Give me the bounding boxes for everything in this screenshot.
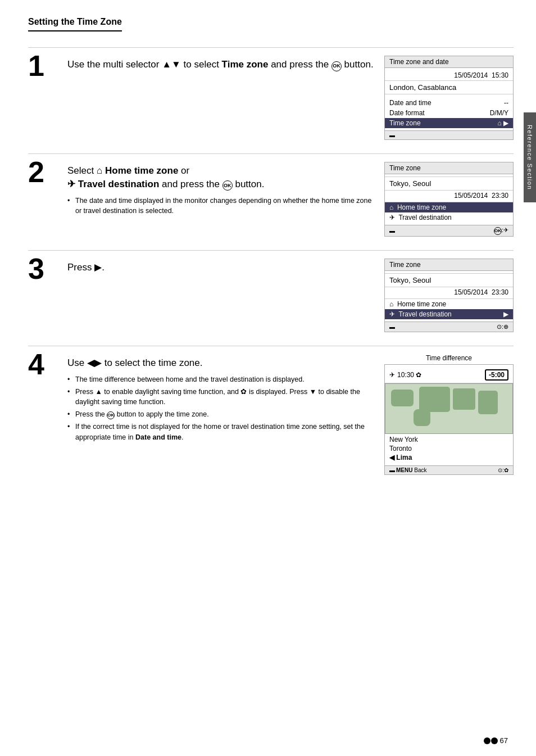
city-toronto: Toronto — [389, 444, 508, 453]
battery-icon-2: ▬ — [389, 228, 395, 234]
screen-box-1: Time zone and date 15/05/2014 15:30 Lond… — [384, 56, 514, 140]
screen-1-label-format: Date format — [389, 109, 425, 117]
city-newyork: New York — [389, 435, 508, 444]
step-3-number: 3 — [28, 254, 62, 283]
screen-1-row-format: Date format D/M/Y — [385, 108, 513, 118]
screen-3-bottom: ▬ ⊙:⊕ — [385, 322, 513, 332]
step-3-content: Press ▶. — [67, 259, 375, 279]
step-4-bullet-2: Press ▲ to enable daylight saving time f… — [67, 387, 375, 408]
time-diff-label: Time difference — [384, 354, 514, 362]
screen-3-date: 15/05/2014 23:30 — [385, 287, 513, 299]
screen-4-cities: New York Toronto ◀ Lima — [385, 434, 513, 463]
screen-1-row-timezone: Time zone ⌂ ▶ — [385, 118, 513, 128]
screen-3-title: Time zone — [385, 259, 513, 271]
step-1-number: 1 — [28, 51, 62, 80]
screen-2-title: Time zone — [385, 162, 513, 174]
continent-1 — [391, 390, 414, 406]
screen-3-city: Tokyo, Seoul — [385, 273, 513, 287]
step-4-bullets: The time difference between home and the… — [67, 374, 375, 443]
screen-3-row-travel: ✈ Travel destination ▶ — [385, 309, 513, 319]
screen-4-travel-icon: ✈ — [389, 371, 395, 379]
page: Setting the Time Zone 1 Use the multi se… — [0, 0, 536, 756]
reference-section-label: Reference Section — [524, 112, 536, 202]
screen-2-home-label: ⌂ Home time zone — [389, 203, 446, 211]
screen-2-body: Tokyo, Seoul 15/05/2014 23:30 ⌂ Home tim… — [385, 174, 513, 225]
step-1-content: Use the multi selector ▲▼ to select Time… — [67, 56, 375, 76]
screen-1-body: 15/05/2014 15:30 London, Casablanca Date… — [385, 68, 513, 130]
page-number: 67 — [500, 736, 508, 745]
step-4-instruction: Use ◀▶ to select the time zone. — [67, 356, 375, 370]
screen-3-travel-label: ✈ Travel destination — [389, 310, 452, 318]
step-4-number: 4 — [28, 350, 62, 379]
step-2-bullets: The date and time displayed in the monit… — [67, 196, 375, 217]
step-4-bullet-4: If the correct time is not displayed for… — [67, 422, 375, 443]
battery-icon-4: ▬ — [389, 467, 395, 473]
screen-3-travel-arrow: ▶ — [503, 310, 508, 318]
step-4-content: Use ◀▶ to select the time zone. The time… — [67, 354, 375, 444]
ok-icon-2: OK — [222, 180, 233, 191]
screen-4-offset: -5:00 — [485, 369, 508, 381]
screen-3-home-label: ⌂ Home time zone — [389, 300, 446, 308]
section-title: Setting the Time Zone — [28, 17, 122, 31]
battery-icon-3: ▬ — [389, 324, 395, 330]
screen-4-bottom: ▬ MENU Back ⊙:✿ — [385, 465, 513, 474]
screen-1-value-format: D/M/Y — [490, 109, 508, 117]
screen-box-3: Time zone Tokyo, Seoul 15/05/2014 23:30 … — [384, 259, 514, 332]
step-2-instruction: Select ⌂ Home time zone or✈ Travel desti… — [67, 164, 375, 191]
screen-2-travel-label: ✈ Travel destination — [389, 214, 452, 221]
screen-2-date: 15/05/2014 23:30 — [385, 191, 513, 202]
continent-3 — [453, 388, 475, 410]
page-number-area: 67 — [484, 736, 508, 745]
screen-3-nav-label: ⊙:⊕ — [497, 323, 508, 331]
screen-1-label-timezone: Time zone — [389, 119, 421, 127]
screen-2-ok-label: OK:✈ — [494, 227, 508, 235]
step-3-left: 3 Press ▶. — [28, 259, 375, 283]
step-4-screen: Time difference ✈ 10:30 ✿ -5:00 — [384, 354, 514, 475]
step-1-screen: Time zone and date 15/05/2014 15:30 Lond… — [384, 56, 514, 140]
screen-1-value-timezone: ⌂ ▶ — [497, 119, 508, 127]
screen-1-row-date-time: Date and time -- — [385, 98, 513, 108]
screen-4-top: ✈ 10:30 ✿ -5:00 — [385, 367, 513, 383]
page-num-dot-1 — [484, 737, 490, 744]
step-2-screen: Time zone Tokyo, Seoul 15/05/2014 23:30 … — [384, 162, 514, 237]
step-4-bullet-1: The time difference between home and the… — [67, 374, 375, 385]
screen-1-date: 15/05/2014 15:30 — [385, 70, 513, 80]
city-lima: ◀ Lima — [389, 453, 508, 462]
screen-1-value-datetime: -- — [504, 99, 508, 107]
screen-1-title: Time zone and date — [385, 56, 513, 68]
step-1-row: 1 Use the multi selector ▲▼ to select Ti… — [28, 56, 514, 140]
screen-box-4: ✈ 10:30 ✿ -5:00 New — [384, 364, 514, 475]
step-1-instruction: Use the multi selector ▲▼ to select Time… — [67, 58, 375, 71]
screen-2-city: Tokyo, Seoul — [385, 176, 513, 191]
ok-small-4: OK — [107, 411, 115, 419]
step-2-left: 2 Select ⌂ Home time zone or✈ Travel des… — [28, 162, 375, 218]
screen-4-nav: ⊙:✿ — [498, 467, 508, 473]
step-2-bullet-1: The date and time displayed in the monit… — [67, 196, 375, 217]
ok-icon-1: OK — [331, 61, 342, 71]
screen-3-row-home: ⌂ Home time zone — [385, 299, 513, 309]
screen-2-row-home: ⌂ Home time zone — [385, 202, 513, 212]
page-num-dot-2 — [491, 737, 498, 744]
step-2-row: 2 Select ⌂ Home time zone or✈ Travel des… — [28, 162, 514, 237]
step-3-instruction: Press ▶. — [67, 261, 375, 274]
step-3-screen: Time zone Tokyo, Seoul 15/05/2014 23:30 … — [384, 259, 514, 332]
continent-2 — [419, 387, 450, 412]
ok-small-2: OK — [494, 227, 502, 235]
step-2-content: Select ⌂ Home time zone or✈ Travel desti… — [67, 162, 375, 218]
step-2-number: 2 — [28, 157, 62, 187]
screen-4-body: ✈ 10:30 ✿ -5:00 New — [385, 365, 513, 465]
continent-5 — [414, 409, 430, 426]
step-4-left: 4 Use ◀▶ to select the time zone. The ti… — [28, 354, 375, 444]
screen-3-body: Tokyo, Seoul 15/05/2014 23:30 ⌂ Home tim… — [385, 271, 513, 322]
screen-box-2: Time zone Tokyo, Seoul 15/05/2014 23:30 … — [384, 162, 514, 237]
step-4-row: 4 Use ◀▶ to select the time zone. The ti… — [28, 354, 514, 475]
screen-2-row-travel: ✈ Travel destination — [385, 212, 513, 223]
screen-1-label-datetime: Date and time — [389, 99, 431, 107]
screen-2-bottom: ▬ OK:✈ — [385, 225, 513, 236]
continent-4 — [478, 391, 498, 414]
step-1-left: 1 Use the multi selector ▲▼ to select Ti… — [28, 56, 375, 80]
screen-1-city: London, Casablanca — [385, 80, 513, 94]
step-4-bullet-3: Press the OK button to apply the time zo… — [67, 409, 375, 420]
screen-4-time: 10:30 ✿ — [397, 371, 421, 379]
battery-icon-1: ▬ — [389, 132, 395, 138]
